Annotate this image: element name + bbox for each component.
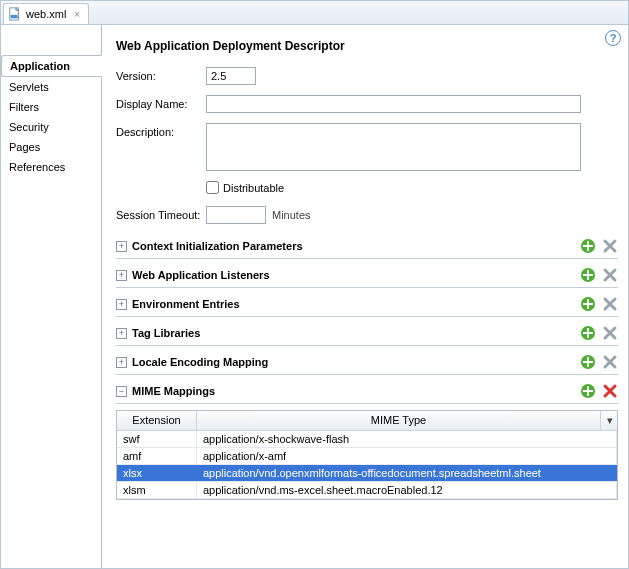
svg-rect-9 <box>583 274 593 276</box>
session-timeout-input[interactable] <box>206 206 266 224</box>
add-button[interactable] <box>580 267 596 283</box>
expander-icon[interactable]: + <box>116 328 127 339</box>
delete-button <box>602 238 618 254</box>
display-name-input[interactable] <box>206 95 581 113</box>
delete-button <box>602 296 618 312</box>
nav-tab-security[interactable]: Security <box>1 117 101 137</box>
expander-icon[interactable]: + <box>116 299 127 310</box>
panel-title: Web Application Deployment Descriptor <box>116 39 618 53</box>
nav-tab-application[interactable]: Application <box>1 55 102 77</box>
section-title: Environment Entries <box>132 298 580 310</box>
expander-icon[interactable]: − <box>116 386 127 397</box>
nav-tab-servlets[interactable]: Servlets <box>1 77 101 97</box>
distributable-checkbox[interactable] <box>206 181 219 194</box>
version-input[interactable] <box>206 67 256 85</box>
delete-button <box>602 267 618 283</box>
nav-tab-filters[interactable]: Filters <box>1 97 101 117</box>
delete-button <box>602 354 618 370</box>
section-title: Tag Libraries <box>132 327 580 339</box>
svg-rect-4 <box>583 245 593 247</box>
side-nav: ApplicationServletsFiltersSecurityPagesR… <box>1 25 101 568</box>
nav-tab-pages[interactable]: Pages <box>1 137 101 157</box>
xml-file-icon <box>8 7 22 21</box>
cell-mime-type: application/x-amf <box>197 448 617 464</box>
expander-icon[interactable]: + <box>116 241 127 252</box>
dropdown-icon[interactable]: ▾ <box>601 411 617 430</box>
description-label: Description: <box>116 123 206 138</box>
session-timeout-unit: Minutes <box>272 206 311 221</box>
svg-rect-14 <box>583 303 593 305</box>
add-button[interactable] <box>580 238 596 254</box>
expander-icon[interactable]: + <box>116 357 127 368</box>
svg-rect-19 <box>583 332 593 334</box>
section-title: MIME Mappings <box>132 385 580 397</box>
section-title: Context Initialization Parameters <box>132 240 580 252</box>
svg-rect-1 <box>11 15 18 19</box>
cell-extension: swf <box>117 431 197 447</box>
svg-rect-29 <box>583 390 593 392</box>
cell-extension: amf <box>117 448 197 464</box>
main-panel: Web Application Deployment Descriptor Ve… <box>101 25 628 568</box>
session-timeout-label: Session Timeout: <box>116 206 206 221</box>
add-button[interactable] <box>580 296 596 312</box>
editor-tab-bar: web.xml × <box>1 1 628 25</box>
table-row[interactable]: xlsxapplication/vnd.openxmlformats-offic… <box>117 465 617 482</box>
table-row[interactable]: xlsmapplication/vnd.ms-excel.sheet.macro… <box>117 482 617 499</box>
cell-extension: xlsm <box>117 482 197 498</box>
cell-mime-type: application/vnd.openxmlformats-officedoc… <box>197 465 617 481</box>
delete-button <box>602 325 618 341</box>
editor-tab-webxml[interactable]: web.xml × <box>3 3 89 24</box>
section-title: Web Application Listeners <box>132 269 580 281</box>
nav-tab-references[interactable]: References <box>1 157 101 177</box>
delete-button[interactable] <box>602 383 618 399</box>
add-button[interactable] <box>580 325 596 341</box>
cell-mime-type: application/vnd.ms-excel.sheet.macroEnab… <box>197 482 617 498</box>
svg-rect-24 <box>583 361 593 363</box>
close-icon[interactable]: × <box>74 9 80 20</box>
column-header-extension[interactable]: Extension <box>117 411 197 430</box>
table-row[interactable]: swfapplication/x-shockwave-flash <box>117 431 617 448</box>
expander-icon[interactable]: + <box>116 270 127 281</box>
description-textarea[interactable] <box>206 123 581 171</box>
table-row[interactable]: amfapplication/x-amf <box>117 448 617 465</box>
add-button[interactable] <box>580 383 596 399</box>
editor-tab-label: web.xml <box>26 8 66 20</box>
column-header-mime-type[interactable]: MIME Type <box>197 411 601 430</box>
mime-mappings-table: ExtensionMIME Type▾swfapplication/x-shoc… <box>116 410 618 500</box>
add-button[interactable] <box>580 354 596 370</box>
version-label: Version: <box>116 67 206 82</box>
cell-mime-type: application/x-shockwave-flash <box>197 431 617 447</box>
display-name-label: Display Name: <box>116 95 206 110</box>
cell-extension: xlsx <box>117 465 197 481</box>
section-title: Locale Encoding Mapping <box>132 356 580 368</box>
distributable-label: Distributable <box>223 182 284 194</box>
